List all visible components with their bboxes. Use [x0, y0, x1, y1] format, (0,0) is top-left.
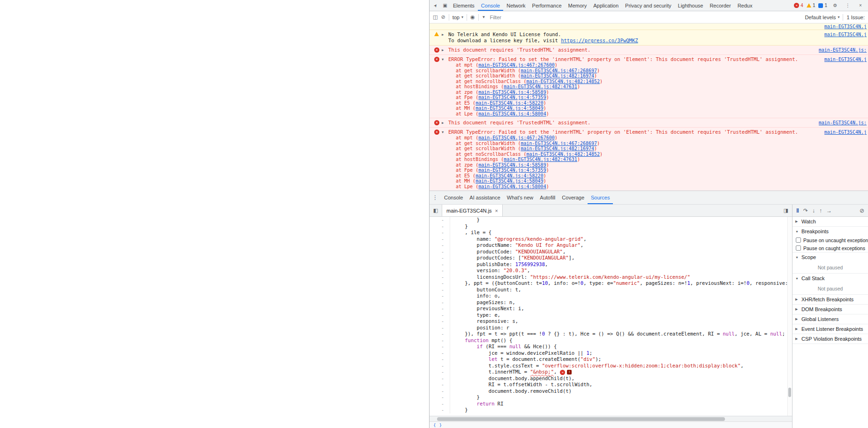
checkbox-row[interactable]: Pause on uncaught exceptions: [793, 236, 868, 244]
breakpoint-gutter[interactable]: -: [430, 274, 450, 281]
tab-elements[interactable]: Elements: [450, 0, 478, 11]
sidebar-section-header[interactable]: ▼Scope: [793, 252, 868, 262]
breakpoint-gutter[interactable]: -: [430, 293, 450, 299]
tab-redux[interactable]: Redux: [734, 0, 756, 11]
checkbox[interactable]: [796, 245, 801, 251]
step-out-button[interactable]: ↑: [819, 207, 822, 214]
message-source-link[interactable]: main-EGT3SC4N.j: [824, 31, 867, 38]
step-button[interactable]: →: [826, 207, 832, 214]
breakpoint-gutter[interactable]: -: [430, 350, 450, 357]
tab-network[interactable]: Network: [503, 0, 528, 11]
tab-console[interactable]: Console: [478, 0, 503, 11]
breakpoint-gutter[interactable]: -: [430, 407, 450, 413]
stack-location-link[interactable]: main-EGT3SC4N.js:4:58049: [476, 178, 543, 183]
breakpoint-gutter[interactable]: -: [430, 287, 450, 293]
message-source-link[interactable]: main-EGT3SC4N.js:: [819, 47, 867, 53]
sidebar-section-header[interactable]: ▶Event Listener Breakpoints: [793, 324, 868, 334]
stack-location-link[interactable]: main-EGT3SC4N.js:4:58220: [476, 173, 543, 178]
editor-horizontal-scrollbar[interactable]: [430, 416, 792, 421]
close-tab-button[interactable]: ×: [495, 208, 498, 214]
console-sidebar-toggle[interactable]: ◫: [433, 14, 438, 20]
editor-vertical-scrollbar[interactable]: [787, 217, 792, 416]
drawer-tab-ai-assistance[interactable]: AI assistance: [466, 191, 503, 204]
scrollbar-thumb[interactable]: [788, 388, 791, 397]
deactivate-breakpoints-button[interactable]: ⊘: [860, 207, 864, 214]
error-count-badge[interactable]: ×4: [794, 3, 803, 8]
drawer-more-tools-button[interactable]: ⋮: [430, 191, 441, 204]
stack-location-link[interactable]: main-EGT3SC4N.js:482:16974: [521, 146, 594, 151]
issues-counter[interactable]: 1 Issue:: [846, 15, 865, 20]
message-source-link[interactable]: main-EGT3SC4N.j: [824, 56, 867, 62]
breakpoint-gutter[interactable]: -: [430, 331, 450, 337]
breakpoint-gutter[interactable]: -: [430, 223, 450, 230]
breakpoint-gutter[interactable]: -: [430, 394, 450, 401]
stack-location-link[interactable]: main-EGT3SC4N.js:4:57359: [478, 95, 546, 100]
breakpoint-gutter[interactable]: -: [430, 280, 450, 287]
issue-icon[interactable]: !: [567, 370, 572, 374]
breakpoint-gutter[interactable]: -: [430, 299, 450, 306]
stack-location-link[interactable]: main-EGT3SC4N.js:482:14852: [527, 152, 600, 157]
toggle-navigator-button[interactable]: ◧: [430, 205, 442, 216]
message-source-link[interactable]: main-EGT3SC4N.j: [824, 129, 867, 135]
breakpoint-gutter[interactable]: -: [430, 344, 450, 350]
filter-input[interactable]: [489, 14, 559, 21]
message-source-link[interactable]: main-EGT3SC4N.js:: [819, 120, 867, 126]
stack-location-link[interactable]: main-EGT3SC4N.js:482:47631: [504, 157, 577, 162]
breakpoint-gutter[interactable]: -: [430, 268, 450, 274]
sidebar-section-header[interactable]: ▶CSP Violation Breakpoints: [793, 334, 868, 344]
breakpoint-gutter[interactable]: -: [430, 375, 450, 382]
sidebar-section-header[interactable]: ▶Watch: [793, 217, 868, 226]
tab-performance[interactable]: Performance: [529, 0, 565, 11]
checkbox[interactable]: [796, 237, 801, 243]
breakpoint-gutter[interactable]: -: [430, 306, 450, 312]
tab-memory[interactable]: Memory: [565, 0, 590, 11]
breakpoint-gutter[interactable]: -: [430, 388, 450, 395]
breakpoint-gutter[interactable]: -: [430, 363, 450, 369]
more-options-button[interactable]: ⋮: [843, 1, 853, 10]
stack-location-link[interactable]: main-EGT3SC4N.js:467:267600: [478, 135, 555, 140]
message-source-link[interactable]: main-EGT3SC4N.j: [824, 23, 867, 30]
sidebar-section-header[interactable]: ▼Breakpoints: [793, 227, 868, 236]
breakpoint-gutter[interactable]: -: [430, 325, 450, 331]
stack-location-link[interactable]: main-EGT3SC4N.js:467:268697: [521, 68, 597, 73]
breakpoint-gutter[interactable]: -: [430, 249, 450, 255]
stack-location-link[interactable]: main-EGT3SC4N.js:482:16974: [521, 73, 594, 78]
close-devtools-button[interactable]: ×: [856, 1, 865, 10]
console-link[interactable]: https://prgress.co/3PwQMKZ: [561, 38, 638, 43]
tab-recorder[interactable]: Recorder: [706, 0, 734, 11]
drawer-tab-console[interactable]: Console: [441, 191, 466, 204]
tab-application[interactable]: Application: [590, 0, 622, 11]
breakpoint-gutter[interactable]: -: [430, 356, 450, 363]
sidebar-section-header[interactable]: ▶XHR/fetch Breakpoints: [793, 295, 868, 304]
stack-location-link[interactable]: main-EGT3SC4N.js:482:14852: [527, 79, 600, 84]
step-into-button[interactable]: ↓: [812, 207, 815, 214]
breakpoint-gutter[interactable]: -: [430, 236, 450, 243]
breakpoint-gutter[interactable]: -: [430, 229, 450, 236]
expand-caret-icon[interactable]: ▼: [442, 130, 444, 136]
sidebar-section-header[interactable]: ▼Call Stack: [793, 274, 868, 283]
breakpoint-gutter[interactable]: -: [430, 261, 450, 268]
pretty-print-button[interactable]: { }: [433, 423, 442, 428]
issues-count-badge[interactable]: 1: [818, 3, 827, 8]
code-editor[interactable]: - }- }- , ile = {- name: "@progress/kend…: [430, 217, 792, 416]
stack-location-link[interactable]: main-EGT3SC4N.js:4:58589: [478, 90, 546, 95]
tab-lighthouse[interactable]: Lighthouse: [675, 0, 707, 11]
breakpoint-gutter[interactable]: -: [430, 318, 450, 325]
stack-location-link[interactable]: main-EGT3SC4N.js:467:268697: [521, 141, 597, 146]
drawer-tab-what-s-new[interactable]: What's new: [504, 191, 537, 204]
sidebar-section-header[interactable]: ▶Global Listeners: [793, 314, 868, 324]
expand-caret-icon[interactable]: ▶: [442, 47, 444, 54]
scrollbar-thumb[interactable]: [437, 417, 725, 421]
inspect-element-icon[interactable]: ➤: [431, 1, 440, 10]
breakpoint-gutter[interactable]: -: [430, 337, 450, 344]
breakpoint-gutter[interactable]: -: [430, 312, 450, 319]
expand-caret-icon[interactable]: ▶: [442, 32, 444, 38]
error-icon[interactable]: ×: [560, 370, 565, 375]
breakpoint-gutter[interactable]: -: [430, 242, 450, 249]
drawer-tab-autofill[interactable]: Autofill: [536, 191, 559, 204]
tab-privacy-and-security[interactable]: Privacy and security: [622, 0, 674, 11]
breakpoint-gutter[interactable]: -: [430, 382, 450, 388]
stack-location-link[interactable]: main-EGT3SC4N.js:4:58049: [476, 106, 543, 111]
context-selector[interactable]: top ▾: [453, 15, 463, 20]
settings-button[interactable]: ⚙: [830, 1, 840, 10]
